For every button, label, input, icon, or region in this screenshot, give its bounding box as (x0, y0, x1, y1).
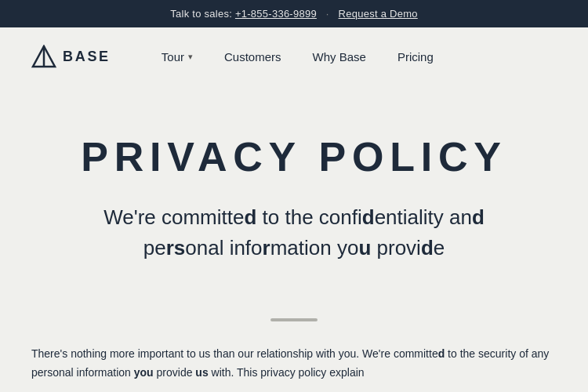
hero-subtitle-part2: personal information you provide (143, 236, 445, 260)
top-banner: Talk to sales: +1-855-336-9899 · Request… (0, 0, 588, 27)
nav-item-why-base[interactable]: Why Base (301, 44, 378, 70)
nav-item-pricing[interactable]: Pricing (386, 44, 445, 70)
request-demo-link[interactable]: Request a Demo (339, 8, 418, 20)
talk-to-sales-text: Talk to sales: (170, 8, 232, 20)
nav-customers-label: Customers (224, 50, 281, 64)
nav-tour-label: Tour (162, 50, 184, 64)
body-section: There's nothing more important to us tha… (0, 345, 588, 383)
nav-pricing-label: Pricing (397, 50, 434, 64)
nav-why-base-label: Why Base (313, 50, 366, 64)
nav-item-customers[interactable]: Customers (212, 44, 293, 70)
phone-link[interactable]: +1-855-336-9899 (235, 8, 317, 20)
nav-item-tour[interactable]: Tour ▾ (150, 44, 205, 70)
hero-section: PRIVACY POLICY We're committed to the co… (0, 86, 588, 310)
page-title: PRIVACY POLICY (16, 133, 572, 180)
logo-icon (31, 45, 56, 70)
hero-subtitle: We're committed to the confidentiality a… (20, 202, 568, 263)
scroll-bar (270, 318, 318, 321)
separator: · (326, 8, 329, 20)
hero-subtitle-part1: We're committed to the confidentiality a… (103, 205, 485, 229)
chevron-down-icon: ▾ (188, 52, 193, 62)
logo-text: BASE (63, 49, 111, 65)
body-paragraph: There's nothing more important to us tha… (31, 345, 557, 383)
logo[interactable]: BASE (31, 45, 111, 70)
navbar: BASE Tour ▾ Customers Why Base Pricing (0, 27, 588, 86)
nav-links: Tour ▾ Customers Why Base Pricing (150, 44, 445, 70)
scroll-indicator (0, 318, 588, 321)
